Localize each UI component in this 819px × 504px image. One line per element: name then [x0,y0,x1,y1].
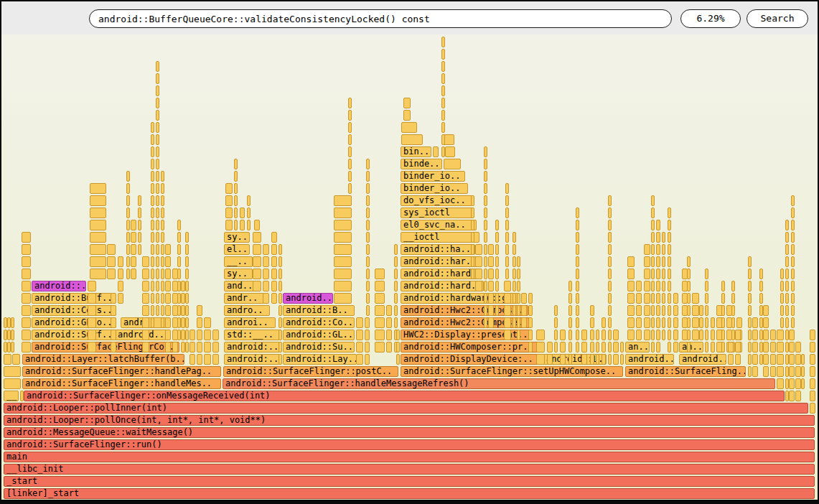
flame-frame-unlabeled[interactable] [253,281,261,291]
flame-frame-unlabeled[interactable] [366,159,370,169]
flame-frame-unlabeled[interactable] [131,256,136,267]
flame-frame-unlabeled[interactable] [151,159,154,169]
flame-frame-unlabeled[interactable] [366,244,370,255]
flame-frame-unlabeled[interactable] [225,207,233,218]
flame-frame-unlabeled[interactable] [22,330,31,340]
flame-frame-unlabeled[interactable] [602,354,606,365]
flame-frame-unlabeled[interactable] [366,256,370,267]
flame-frame-unlabeled[interactable] [11,342,14,353]
flame-frame-unlabeled[interactable] [151,244,154,255]
flame-frame-unlabeled[interactable] [608,269,612,279]
flame-frame[interactable]: [linker]_start [4,488,815,499]
flame-frame[interactable]: android::SurfaceFlinger::run() [4,439,815,450]
flame-frame-unlabeled[interactable] [138,220,141,230]
flame-frame-unlabeled[interactable] [118,256,123,267]
flame-frame-unlabeled[interactable] [365,342,370,353]
flame-frame-unlabeled[interactable] [495,293,499,304]
flame-frame-unlabeled[interactable] [271,232,277,243]
flame-frame-unlabeled[interactable] [156,281,159,291]
flame-frame[interactable]: android::Buff.. [32,293,113,304]
flame-frame-unlabeled[interactable] [687,269,691,279]
flame-frame[interactable]: android::SurfaceFlinger::postC.. [223,366,398,377]
flame-frame-unlabeled[interactable] [656,330,660,340]
flame-frame-unlabeled[interactable] [785,317,789,328]
flame-frame-unlabeled[interactable] [780,293,784,304]
flame-frame-unlabeled[interactable] [759,269,763,279]
flame-frame-unlabeled[interactable] [801,378,805,389]
flame-frame[interactable]: andro.. [224,305,270,316]
flame-frame-unlabeled[interactable] [234,220,238,230]
flame-frame-unlabeled[interactable] [118,293,123,304]
flame-frame-unlabeled[interactable] [22,342,31,353]
flame-frame[interactable]: do_vfs_ioc.. [401,195,472,206]
flame-frame-unlabeled[interactable] [651,220,655,230]
flame-frame-unlabeled[interactable] [165,342,171,353]
flame-frame-unlabeled[interactable] [581,354,587,365]
flame-frame-unlabeled[interactable] [608,244,612,255]
flame-frame-unlabeled[interactable] [441,61,445,72]
flame-frame-unlabeled[interactable] [504,293,511,304]
flame-frame[interactable]: android::HWComposer::pr.. [401,342,541,353]
flame-frame-unlabeled[interactable] [131,220,136,230]
flame-frame-unlabeled[interactable] [789,391,795,401]
flame-frame-unlabeled[interactable] [88,281,96,291]
flame-frame-unlabeled[interactable] [253,244,261,255]
flame-frame-unlabeled[interactable] [644,244,650,255]
flame-frame-unlabeled[interactable] [441,85,445,96]
flame-frame-unlabeled[interactable] [752,317,758,328]
flame-frame-unlabeled[interactable] [748,354,752,365]
flame-frame-unlabeled[interactable] [161,207,164,218]
flame-frame-unlabeled[interactable] [403,98,411,108]
flame-frame-unlabeled[interactable] [662,293,665,304]
flame-frame-unlabeled[interactable] [791,195,795,206]
flame-frame-unlabeled[interactable] [151,122,154,133]
flame-frame[interactable]: an.. [625,342,650,353]
flame-frame-unlabeled[interactable] [396,342,400,353]
flame-frame-unlabeled[interactable] [366,305,370,316]
flame-frame-unlabeled[interactable] [142,269,149,279]
flame-frame-unlabeled[interactable] [111,305,116,316]
flame-frame-unlabeled[interactable] [673,342,678,353]
flame-frame-unlabeled[interactable] [161,244,164,255]
flame-frame-unlabeled[interactable] [662,317,665,328]
flame-frame-unlabeled[interactable] [151,220,154,230]
flame-frame-unlabeled[interactable] [752,366,758,377]
flame-frame-unlabeled[interactable] [528,293,533,304]
flame-frame-unlabeled[interactable] [780,317,784,328]
flame-frame-unlabeled[interactable] [471,244,474,255]
flame-frame-unlabeled[interactable] [334,232,352,243]
flame-frame-unlabeled[interactable] [279,342,282,353]
flame-frame-unlabeled[interactable] [138,195,141,206]
flame-frame-unlabeled[interactable] [656,293,660,304]
flame-frame-unlabeled[interactable] [394,256,398,267]
flame-frame-unlabeled[interactable] [505,256,509,267]
flame-frame-unlabeled[interactable] [90,269,106,279]
flame-frame-unlabeled[interactable] [197,305,202,316]
flame-frame-unlabeled[interactable] [576,207,579,218]
flame-frame-unlabeled[interactable] [433,146,439,157]
flame-frame-unlabeled[interactable] [810,330,815,340]
flame-frame-unlabeled[interactable] [165,256,171,267]
flame-frame-unlabeled[interactable] [763,366,769,377]
flame-frame-unlabeled[interactable] [279,354,282,365]
flame-frame-unlabeled[interactable] [90,183,106,194]
flame-frame-unlabeled[interactable] [791,305,795,316]
flame-frame-unlabeled[interactable] [204,342,211,353]
flame-frame-unlabeled[interactable] [721,342,725,353]
flame-frame-unlabeled[interactable] [602,342,606,353]
flame-frame-unlabeled[interactable] [484,220,487,230]
flame-frame[interactable]: el.. [224,244,250,255]
flame-frame-unlabeled[interactable] [673,293,678,304]
flame-frame-unlabeled[interactable] [668,220,671,230]
flame-frame-unlabeled[interactable] [780,281,784,291]
flame-frame-unlabeled[interactable] [759,281,763,291]
flame-frame-unlabeled[interactable] [90,207,106,218]
flame-frame-unlabeled[interactable] [366,281,370,291]
flame-frame-unlabeled[interactable] [517,269,520,279]
flame-frame-unlabeled[interactable] [504,317,511,328]
flame-frame-unlabeled[interactable] [608,317,612,328]
flame-frame-unlabeled[interactable] [142,330,149,340]
flame-frame-unlabeled[interactable] [644,293,650,304]
flame-frame-unlabeled[interactable] [348,110,352,121]
flame-frame[interactable]: std::__.. [224,330,280,340]
